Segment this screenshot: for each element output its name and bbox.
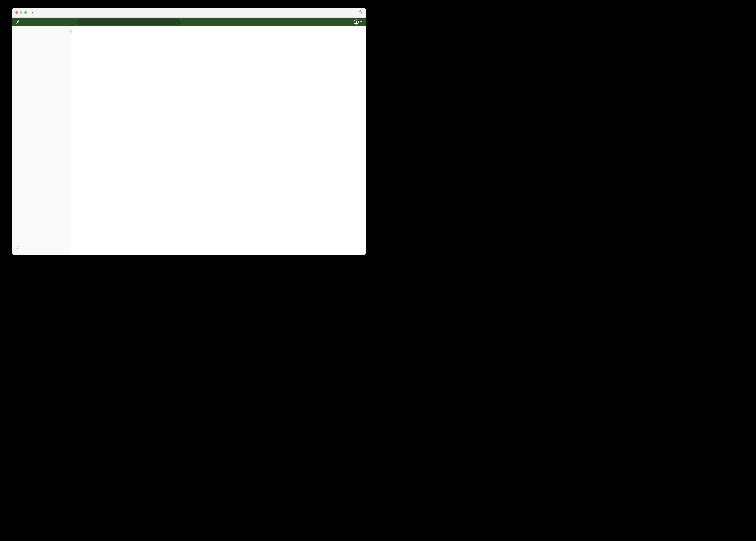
minimize-window-button[interactable]: [20, 11, 22, 14]
window-controls: [15, 11, 27, 14]
documentation-link[interactable]: ?: [16, 245, 66, 251]
sidebar: ?: [12, 26, 70, 255]
brand[interactable]: [15, 20, 21, 24]
maximize-window-button[interactable]: [24, 11, 27, 14]
app-version: [16, 251, 66, 253]
window-titlebar: ‹ ›: [12, 8, 366, 18]
user-menu[interactable]: [353, 19, 362, 25]
leaf-logo-icon: [15, 20, 19, 24]
app-window: ‹ ›: [12, 8, 366, 255]
forward-icon[interactable]: ›: [37, 11, 38, 15]
browser-nav: ‹ ›: [32, 11, 38, 15]
question-icon: ?: [16, 246, 19, 250]
share-icon[interactable]: [358, 10, 362, 15]
back-icon[interactable]: ‹: [32, 11, 33, 15]
avatar-icon: [353, 19, 359, 25]
app-header: [12, 18, 366, 26]
search-input[interactable]: [82, 20, 179, 24]
global-search: [76, 19, 181, 25]
close-window-button[interactable]: [15, 11, 18, 14]
search-icon: [78, 20, 81, 23]
sidebar-collapse-button[interactable]: «: [70, 29, 72, 34]
chevron-down-icon: [360, 21, 362, 22]
sidebar-footer: ?: [12, 244, 70, 253]
desktop-background: ‹ ›: [0, 0, 378, 270]
main-content: «: [70, 26, 366, 255]
